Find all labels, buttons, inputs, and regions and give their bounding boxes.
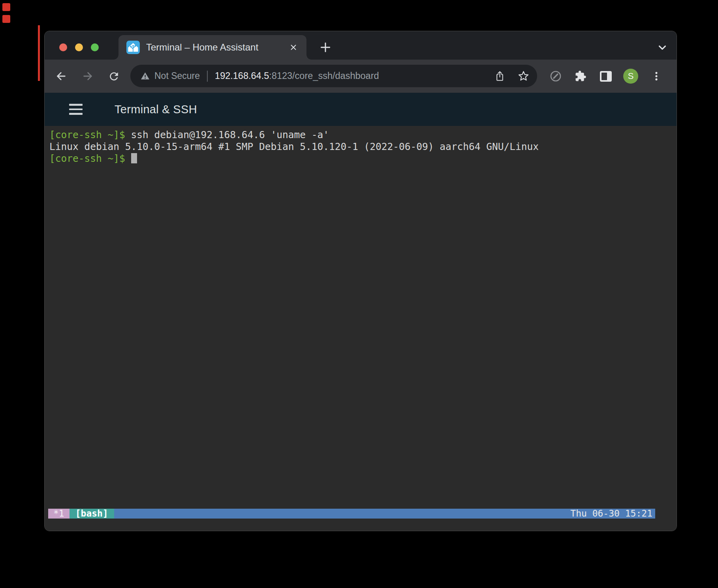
bookmark-button[interactable] (514, 67, 532, 85)
tab-title: Terminal – Home Assistant (146, 42, 284, 53)
omnibox-divider (207, 71, 208, 82)
forward-arrow-icon (81, 70, 94, 82)
screen-recording-dot (2, 15, 10, 23)
forward-button[interactable] (79, 67, 97, 85)
hamburger-icon (69, 104, 83, 106)
screen-edge-artifact (38, 25, 40, 81)
url-text: 192.168.64.5:8123/core_ssh/dashboard (215, 71, 379, 81)
plus-icon (319, 41, 332, 54)
circle-slash-icon (549, 70, 562, 82)
avatar-letter: S (628, 71, 634, 81)
tmux-clock: Thu 06-30 15:21 (114, 509, 655, 519)
browser-window: Terminal – Home Assistant Not Secure 192… (44, 31, 677, 531)
close-window-button[interactable] (59, 43, 67, 51)
window-controls (59, 43, 99, 51)
terminal-line-prompt: [core-ssh ~]$ (49, 153, 539, 165)
sidebar-toggle-button[interactable] (66, 100, 85, 119)
not-secure-warning-icon (141, 71, 150, 81)
address-bar[interactable]: Not Secure 192.168.64.5:8123/core_ssh/da… (130, 65, 537, 87)
new-tab-button[interactable] (316, 38, 335, 56)
url-host: 192.168.64.5 (215, 71, 269, 81)
tab-close-button[interactable] (287, 41, 300, 54)
share-button[interactable] (491, 67, 509, 85)
side-panel-icon (600, 71, 612, 82)
tab-strip: Terminal – Home Assistant (45, 31, 677, 60)
url-path: :8123/core_ssh/dashboard (269, 71, 379, 81)
browser-menu-button[interactable] (647, 67, 665, 85)
tmux-window-badge: [bash] (70, 509, 114, 519)
star-icon (518, 70, 529, 82)
extensions-button[interactable] (571, 67, 590, 85)
kebab-menu-icon (651, 71, 662, 82)
back-arrow-icon (55, 70, 68, 82)
profile-avatar[interactable]: S (623, 69, 638, 84)
tab-search-button[interactable] (653, 38, 671, 56)
terminal-line-command: [core-ssh ~]$ssh debian@192.168.64.6 'un… (49, 129, 539, 141)
side-panel-button[interactable] (597, 67, 615, 85)
minimize-window-button[interactable] (75, 43, 83, 51)
terminal-cursor (131, 153, 137, 163)
reload-icon (108, 70, 120, 82)
chevron-down-icon (656, 41, 668, 53)
share-icon (494, 71, 505, 81)
browser-toolbar: Not Secure 192.168.64.5:8123/core_ssh/da… (45, 60, 677, 93)
shell-prompt: [core-ssh ~]$ (49, 129, 125, 140)
typed-command: ssh debian@192.168.64.6 'uname -a' (131, 129, 329, 140)
puzzle-piece-icon (575, 70, 586, 82)
reload-button[interactable] (105, 67, 123, 85)
tmux-session-badge: *1 (48, 509, 70, 519)
close-icon (289, 43, 298, 52)
shell-prompt: [core-ssh ~]$ (49, 153, 125, 164)
home-assistant-favicon-icon (126, 41, 140, 54)
security-label: Not Secure (154, 71, 200, 81)
extension-shortcut-button[interactable] (547, 67, 565, 85)
zoom-window-button[interactable] (91, 43, 99, 51)
tmux-status-bar: *1 [bash] Thu 06-30 15:21 (48, 509, 655, 519)
back-button[interactable] (52, 67, 70, 85)
terminal-line-output: Linux debian 5.10.0-15-arm64 #1 SMP Debi… (49, 141, 539, 153)
terminal-buffer: [core-ssh ~]$ssh debian@192.168.64.6 'un… (49, 129, 539, 165)
screen-recording-dot (2, 3, 10, 11)
terminal-area[interactable]: [core-ssh ~]$ssh debian@192.168.64.6 'un… (45, 126, 677, 531)
browser-tab[interactable]: Terminal – Home Assistant (118, 35, 306, 60)
app-header: Terminal & SSH (45, 93, 677, 126)
page-title: Terminal & SSH (115, 103, 197, 116)
